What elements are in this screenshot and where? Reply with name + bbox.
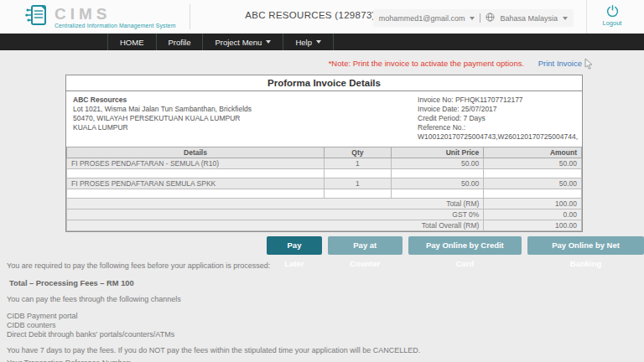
reference-value: W100120170725004743,W260120170725004744, — [418, 132, 578, 142]
main-nav: HOME Profile Project Menu Help — [0, 34, 644, 50]
pay-later-button[interactable]: Pay Later — [267, 236, 322, 255]
cell-details: FI PROSES PENDAFTARAN - SEMULA (R10) — [67, 158, 325, 169]
cell-amount: 50.00 — [484, 158, 582, 169]
cell-qty: 1 — [325, 158, 392, 169]
chevron-down-icon — [266, 40, 271, 44]
payee-address-line: 50470, WILAYAH PERSEKUTUAN KUALA LUMPUR — [73, 114, 252, 123]
nav-item-project-menu[interactable]: Project Menu — [202, 34, 283, 50]
globe-icon — [486, 13, 495, 23]
nav-item-profile[interactable]: Profile — [156, 34, 203, 50]
invoice-table: Details Qty Unit Price Amount FI PROSES … — [66, 147, 582, 231]
mouse-cursor-icon — [584, 58, 594, 71]
pay-online-net-banking-button[interactable]: Pay Online by Net Banking — [527, 236, 644, 255]
cell-unit-price: 50.00 — [391, 178, 484, 189]
logout-label: Logout — [603, 19, 622, 27]
fees-total-text: Total – Processing Fees – RM 100 — [9, 279, 644, 288]
payment-buttons-row: Pay Later Pay at Counter Pay Online by C… — [267, 236, 644, 255]
gst-value: 0.00 — [484, 209, 582, 220]
invoice-date: Invoice Date: 25/07/2017 — [418, 105, 578, 114]
channel-item: Direct Debit through banks' portals/coun… — [7, 330, 644, 339]
payment-channels-list: CIDB Payment portal CIDB counters Direct… — [7, 312, 644, 339]
col-header-qty: Qty — [325, 147, 392, 158]
fees-intro-text: You are required to pay the following fe… — [7, 261, 644, 271]
footer-instructions: You are required to pay the following fe… — [7, 261, 644, 362]
note-row: *Note: Print the invoice to activate the… — [0, 59, 644, 70]
print-invoice-link[interactable]: Print Invoice — [538, 59, 582, 68]
invoice-no: Invoice No: PFHQK11707712177 — [418, 96, 578, 105]
nav-label: HOME — [120, 38, 144, 47]
nav-label: Project Menu — [215, 38, 262, 47]
divider — [480, 13, 480, 23]
cell-qty: 1 — [325, 178, 392, 189]
col-header-unit-price: Unit Price — [391, 147, 484, 158]
logout-button[interactable]: Logout — [594, 4, 631, 27]
gst-label: GST 0% — [67, 209, 484, 220]
page: CIMS Centralized Information Management … — [0, 0, 644, 362]
transaction-ref-label: Your Transaction Reference Number: — [7, 359, 644, 362]
cell-details: FI PROSES PENDAFTARAN SEMULA SPKK — [67, 178, 325, 189]
channel-item: CIDB counters — [7, 321, 644, 330]
nav-label: Profile — [169, 38, 191, 47]
total-value: 100.00 — [484, 199, 582, 209]
chevron-down-icon[interactable] — [563, 17, 568, 20]
cell-amount: 50.00 — [484, 178, 582, 189]
logo-subtitle: Centralized Information Management Syste… — [55, 23, 176, 28]
payee-address: ABC Resources Lot 1021, Wisma Mai Jalan … — [73, 96, 252, 142]
nav-label: Help — [295, 38, 312, 47]
power-icon — [594, 4, 631, 18]
top-header: CIMS Centralized Information Management … — [0, 0, 644, 34]
cims-document-icon — [25, 3, 49, 30]
gst-row: GST 0% 0.00 — [67, 209, 582, 220]
cell-unit-price: 50.00 — [391, 158, 484, 169]
credit-period: Credit Period: 7 Days — [418, 114, 578, 123]
pay-online-credit-card-button[interactable]: Pay Online by Credit Card — [408, 236, 522, 255]
invoice-meta: Invoice No: PFHQK11707712177 Invoice Dat… — [418, 96, 578, 142]
header-user-area: mohammed1@gmail.com Bahasa Malaysia — [373, 9, 574, 27]
print-note: *Note: Print the invoice to activate the… — [329, 59, 524, 68]
reference-label: Reference No.: — [418, 123, 578, 132]
user-email-dropdown[interactable]: mohammed1@gmail.com — [379, 14, 465, 23]
total-overall-row: Total Overall (RM) 100.00 — [67, 220, 582, 231]
col-header-details: Details — [67, 147, 325, 158]
table-row: FI PROSES PENDAFTARAN - SEMULA (R10) 1 5… — [67, 158, 582, 169]
table-row-spacer — [67, 189, 582, 199]
invoice-panel: Proforma Invoice Details ABC Resources L… — [65, 75, 583, 232]
payee-address-line: KUALA LUMPUR — [73, 123, 252, 132]
header-divider — [190, 4, 190, 29]
pay-at-counter-button[interactable]: Pay at Counter — [328, 236, 402, 255]
total-overall-label: Total Overall (RM) — [67, 220, 484, 231]
total-label: Total (RM) — [67, 199, 484, 209]
channel-item: CIDB Payment portal — [7, 312, 644, 321]
cims-logo: CIMS Centralized Information Management … — [0, 3, 176, 30]
chevron-down-icon — [316, 40, 321, 44]
channels-intro-text: You can pay the fees through the followi… — [7, 295, 644, 304]
total-row: Total (RM) 100.00 — [67, 199, 582, 209]
chevron-down-icon[interactable] — [470, 17, 475, 20]
invoice-info: ABC Resources Lot 1021, Wisma Mai Jalan … — [66, 91, 582, 147]
language-dropdown[interactable]: Bahasa Malaysia — [500, 14, 558, 23]
payee-address-line: Lot 1021, Wisma Mai Jalan Tun Sambanthan… — [73, 105, 252, 114]
total-overall-value: 100.00 — [484, 220, 582, 231]
nav-item-home[interactable]: HOME — [107, 34, 156, 50]
invoice-title: Proforma Invoice Details — [66, 75, 582, 91]
table-header-row: Details Qty Unit Price Amount — [67, 147, 582, 158]
divider — [586, 0, 587, 34]
payment-deadline-text: You have 7 days to pay the fees. If you … — [7, 346, 644, 355]
nav-item-help[interactable]: Help — [283, 34, 334, 50]
table-row-spacer — [67, 169, 582, 178]
logo-title: CIMS — [55, 6, 176, 22]
payee-name: ABC Resources — [73, 96, 252, 105]
table-row: FI PROSES PENDAFTARAN SEMULA SPKK 1 50.0… — [67, 178, 582, 189]
col-header-amount: Amount — [484, 147, 582, 158]
logo-text: CIMS Centralized Information Management … — [55, 6, 176, 28]
